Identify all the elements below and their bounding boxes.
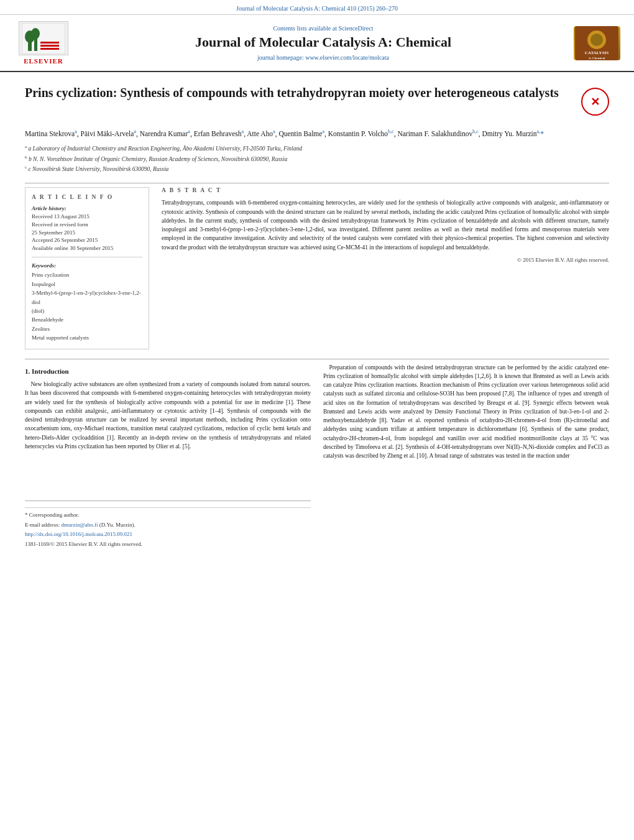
svg-text:A: Chemical: A: Chemical <box>589 57 605 60</box>
intro-right-text: Preparation of compounds with the desire… <box>323 363 609 461</box>
journal-bar: Journal of Molecular Catalysis A: Chemic… <box>0 0 634 15</box>
journal-citation: Journal of Molecular Catalysis A: Chemic… <box>236 5 398 12</box>
section-num: 1. <box>25 367 30 375</box>
keyword-zeolites: Zeolites <box>32 325 142 333</box>
homepage-link[interactable]: www.elsevier.com/locate/molcata <box>305 54 389 61</box>
article-info-title: A R T I C L E I N F O <box>32 194 142 200</box>
article-title: Prins cyclization: Synthesis of compound… <box>25 85 581 101</box>
contents-label: Contents lists available at <box>273 25 336 32</box>
history-title: Article history: <box>32 205 142 211</box>
footnote-divider <box>25 501 311 501</box>
revised-date: 25 September 2015 <box>32 229 142 237</box>
page: Journal of Molecular Catalysis A: Chemic… <box>0 0 634 840</box>
abstract-text: Tetrahydropyrans, compounds with 6-membe… <box>162 198 609 252</box>
section-title: Introduction <box>32 367 69 375</box>
svg-point-10 <box>590 34 603 46</box>
svg-text:CATALYSIS: CATALYSIS <box>585 50 609 55</box>
email-name: (D.Yu. Murzin). <box>99 522 136 528</box>
journal-homepage: journal homepage: www.elsevier.com/locat… <box>87 54 559 61</box>
journal-title: Journal of Molecular Catalysis A: Chemic… <box>87 34 559 50</box>
section-divider <box>25 183 609 183</box>
article-title-section: Prins cyclization: Synthesis of compound… <box>25 85 609 122</box>
abstract-section: A B S T R A C T Tetrahydropyrans, compou… <box>162 187 609 263</box>
accepted-date: Accepted 26 September 2015 <box>32 236 142 244</box>
elsevier-logo: ELSEVIER <box>12 21 75 65</box>
catalysis-logo: CATALYSIS A: Chemical <box>572 26 622 60</box>
catalysis-image: CATALYSIS A: Chemical <box>574 26 620 60</box>
sciencedirect-link[interactable]: ScienceDirect <box>338 25 373 32</box>
keyword-metal: Metal supported catalysts <box>32 333 142 342</box>
copyright: © 2015 Elsevier B.V. All rights reserved… <box>162 257 609 263</box>
abstract-col: A B S T R A C T Tetrahydropyrans, compou… <box>162 187 609 349</box>
email-label: E-mail address: <box>25 522 61 528</box>
doi-line: http://dx.doi.org/10.1016/j.molcata.2015… <box>25 530 311 539</box>
article-info-box: A R T I C L E I N F O Article history: R… <box>25 187 149 349</box>
author-konstantin: Konstantin P. Volcho <box>328 130 388 137</box>
svg-rect-5 <box>40 42 59 44</box>
author-martina: Martina Stekrova <box>25 130 75 137</box>
affiliations: a a Laboratory of Industrial Chemistry a… <box>25 144 609 173</box>
homepage-label: journal homepage: <box>257 54 304 61</box>
crossmark-icon: ✕ <box>590 95 600 109</box>
keyword-methyl: 3-Methyl-6-(prop-1-en-2-yl)cyclohex-3-en… <box>32 288 142 307</box>
article-info-abstract: A R T I C L E I N F O Article history: R… <box>25 187 609 349</box>
email-link[interactable]: dmurzin@abo.fi <box>61 522 98 528</box>
elsevier-text: ELSEVIER <box>24 57 63 65</box>
issn-line: 1381-1169/© 2015 Elsevier B.V. All right… <box>25 540 311 549</box>
footnote-asterisk: * Corresponding author. <box>25 511 311 520</box>
contents-line: Contents lists available at ScienceDirec… <box>87 25 559 32</box>
affiliation-b: b b N. N. Vorozhtsov Institute of Organi… <box>25 155 609 164</box>
svg-rect-6 <box>40 45 59 47</box>
article-content: Prins cyclization: Synthesis of compound… <box>0 72 634 562</box>
footnote-email: E-mail address: dmurzin@abo.fi (D.Yu. Mu… <box>25 521 311 530</box>
info-divider <box>32 257 142 257</box>
author-nariman: Nariman F. Salakhutdinov <box>397 130 472 137</box>
body-right-col: Preparation of compounds with the desire… <box>323 363 609 550</box>
svg-point-4 <box>31 28 40 39</box>
author-narendra: Narendra Kumar <box>140 130 188 137</box>
keyword-benzaldehyde: Benzaldehyde <box>32 315 142 324</box>
author-quentin: Quentin Balme <box>278 130 322 137</box>
journal-header: ELSEVIER Contents lists available at Sci… <box>0 15 634 72</box>
footnote-area: * Corresponding author. E-mail address: … <box>25 501 311 548</box>
author-erfan: Erfan Behravesh <box>194 130 242 137</box>
svg-rect-7 <box>40 48 59 50</box>
crossmark-badge: ✕ <box>581 88 609 116</box>
author-dmitry: Dmitry Yu. Murzin <box>482 130 537 137</box>
article-history: Article history: Received 13 August 2015… <box>32 205 142 252</box>
intro-heading: 1. Introduction <box>25 366 311 377</box>
affiliation-c: c c Novosibirsk State University, Novosi… <box>25 165 609 173</box>
keywords-title: Keywords: <box>32 262 142 269</box>
footnote-section: * Corresponding author. E-mail address: … <box>25 507 311 548</box>
author-atte: Atte Aho <box>247 130 273 137</box>
affiliation-a: a a Laboratory of Industrial Chemistry a… <box>25 144 609 153</box>
elsevier-image <box>19 21 68 55</box>
body-divider <box>25 359 609 359</box>
body-left-col: 1. Introduction New biologically active … <box>25 363 311 550</box>
journal-center: Contents lists available at ScienceDirec… <box>75 25 572 60</box>
keyword-isopulegol: Isopulegol <box>32 280 142 288</box>
keyword-prins: Prins cyclization <box>32 270 142 279</box>
authors: Martina Stekrovaa, Päivi Mäki-Arvelaa, N… <box>25 128 609 139</box>
article-info-col: A R T I C L E I N F O Article history: R… <box>25 187 149 349</box>
keywords-section: Keywords: Prins cyclization Isopulegol 3… <box>32 262 142 342</box>
revised-label: Received in revised form <box>32 221 142 229</box>
keyword-diol: (diol) <box>32 307 142 315</box>
received-date: Received 13 August 2015 <box>32 213 142 221</box>
abstract-title: A B S T R A C T <box>162 187 609 193</box>
body-content: 1. Introduction New biologically active … <box>25 363 609 550</box>
available-date: Available online 30 September 2015 <box>32 244 142 252</box>
doi-link[interactable]: http://dx.doi.org/10.1016/j.molcata.2015… <box>25 531 132 537</box>
intro-left-text: New biologically active substances are o… <box>25 380 311 451</box>
author-paivi: Päivi Mäki-Arvela <box>80 130 134 137</box>
